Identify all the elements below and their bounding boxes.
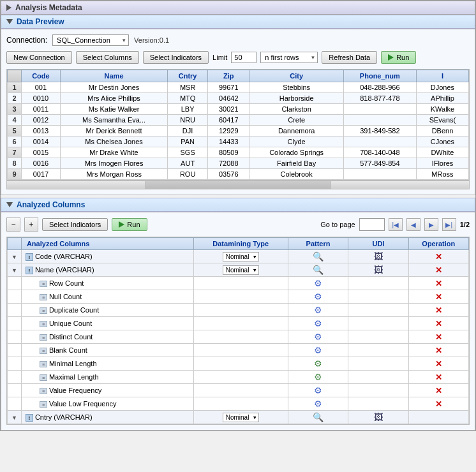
delete-icon[interactable]: ✕	[435, 306, 442, 315]
datamining-cell[interactable]: Nominal▼	[193, 263, 288, 277]
select-columns-button[interactable]: Select Columns	[76, 51, 139, 64]
sub-operation-cell[interactable]: ✕	[408, 277, 468, 290]
sub-gear-cell[interactable]: ⚙	[288, 371, 348, 384]
operation-cell[interactable]: ✕	[408, 263, 468, 277]
sub-operation-cell[interactable]: ✕	[408, 344, 468, 357]
sub-col-name: ≡Blank Count	[21, 344, 193, 357]
pattern-icon[interactable]: 🔍	[313, 265, 324, 275]
nav-prev[interactable]: ◀	[406, 218, 420, 231]
limit-input[interactable]	[231, 52, 257, 63]
sub-operation-cell[interactable]: ✕	[408, 330, 468, 344]
table-cell: 0017	[22, 169, 61, 180]
pattern-cell[interactable]: 🔍	[288, 250, 348, 263]
delete-icon[interactable]: ✕	[435, 319, 442, 328]
rows-select[interactable]: n first rows	[260, 52, 318, 63]
run-button-bottom[interactable]: Run	[112, 218, 147, 231]
datamining-cell[interactable]: Nominal▼	[193, 250, 288, 263]
table-cell: KWalke	[416, 104, 468, 115]
col-header-city[interactable]: City	[249, 70, 343, 82]
metadata-section-header[interactable]: Analysis Metadata	[1, 1, 475, 15]
expand-cell[interactable]: ▼	[8, 411, 22, 424]
nav-first[interactable]: |◀	[389, 218, 403, 231]
sub-gear-cell[interactable]: ⚙	[288, 344, 348, 357]
sub-gear-cell[interactable]: ⚙	[288, 290, 348, 304]
row-number: 8	[8, 158, 22, 169]
datamining-cell[interactable]: Nominal▼	[193, 411, 288, 424]
col-header-i[interactable]: I	[416, 70, 468, 82]
table-cell: Fairfield Bay	[249, 158, 343, 169]
udi-icon[interactable]: 🖼	[374, 265, 383, 275]
delete-icon[interactable]: ✕	[435, 399, 442, 409]
table-row: 20010Mrs Alice PhillipsMTQ04642Harborsid…	[8, 93, 469, 104]
udi-cell[interactable]: 🖼	[348, 250, 408, 263]
delete-icon[interactable]: ✕	[435, 346, 442, 355]
small-btn-plus[interactable]: +	[24, 218, 38, 232]
delete-icon[interactable]: ✕	[435, 332, 442, 342]
row-number: 5	[8, 126, 22, 136]
delete-icon[interactable]: ✕	[435, 386, 442, 395]
pattern-cell[interactable]: 🔍	[288, 263, 348, 277]
col-header-cntry[interactable]: Cntry	[168, 70, 208, 82]
gear-icon[interactable]: ⚙	[314, 332, 322, 342]
sub-operation-cell[interactable]: ✕	[408, 317, 468, 330]
small-btn-minus[interactable]: −	[6, 218, 20, 232]
col-header-phone[interactable]: Phone_num	[343, 70, 416, 82]
goto-input[interactable]	[359, 218, 385, 231]
sub-operation-cell[interactable]: ✕	[408, 357, 468, 371]
delete-icon[interactable]: ✕	[435, 252, 442, 262]
sub-operation-cell[interactable]: ✕	[408, 371, 468, 384]
gear-icon[interactable]: ⚙	[314, 345, 322, 355]
col-header-name[interactable]: Name	[60, 70, 167, 82]
new-connection-button[interactable]: New Connection	[6, 51, 72, 64]
refresh-data-button[interactable]: Refresh Data	[322, 51, 377, 64]
gear-icon[interactable]: ⚙	[314, 305, 322, 315]
gear-icon[interactable]: ⚙	[314, 278, 322, 288]
delete-icon[interactable]: ✕	[435, 359, 442, 369]
sub-operation-cell[interactable]: ✕	[408, 397, 468, 411]
gear-icon[interactable]: ⚙	[314, 372, 322, 382]
gear-icon[interactable]: ⚙	[314, 399, 322, 409]
pattern-cell[interactable]: 🔍	[288, 411, 348, 424]
nav-last[interactable]: ▶|	[442, 218, 456, 231]
gear-icon[interactable]: ⚙	[314, 291, 322, 302]
udi-cell[interactable]: 🖼	[348, 411, 408, 424]
delete-icon[interactable]: ✕	[435, 372, 442, 382]
operation-cell[interactable]: ✕	[408, 250, 468, 263]
sub-operation-cell[interactable]: ✕	[408, 304, 468, 317]
select-indicators-button-bottom[interactable]: Select Indicators	[42, 218, 108, 231]
col-header-code[interactable]: Code	[22, 70, 61, 82]
h-scrollbar[interactable]	[6, 181, 470, 189]
col-header-zip[interactable]: Zip	[207, 70, 249, 82]
udi-cell[interactable]: 🖼	[348, 263, 408, 277]
gear-icon[interactable]: ⚙	[314, 318, 322, 328]
gear-icon[interactable]: ⚙	[314, 358, 322, 369]
nav-next[interactable]: ▶	[424, 218, 438, 231]
connection-select[interactable]: SQL_Connection	[52, 34, 129, 46]
sub-operation-cell[interactable]: ✕	[408, 290, 468, 304]
table-row: 70015Mr Drake WhiteSGS80509Colorado Spri…	[8, 147, 469, 158]
sub-gear-cell[interactable]: ⚙	[288, 304, 348, 317]
pattern-icon[interactable]: 🔍	[313, 251, 324, 262]
delete-icon[interactable]: ✕	[435, 292, 442, 302]
sub-gear-cell[interactable]: ⚙	[288, 397, 348, 411]
expand-cell[interactable]: ▼	[8, 263, 22, 277]
sub-gear-cell[interactable]: ⚙	[288, 317, 348, 330]
udi-icon[interactable]: 🖼	[374, 412, 383, 422]
gear-icon[interactable]: ⚙	[314, 385, 322, 395]
sub-gear-cell[interactable]: ⚙	[288, 330, 348, 344]
run-button-top[interactable]: Run	[381, 51, 416, 64]
sub-gear-cell[interactable]: ⚙	[288, 384, 348, 397]
delete-icon[interactable]: ✕	[435, 265, 442, 275]
sub-gear-cell[interactable]: ⚙	[288, 357, 348, 371]
sub-gear-cell[interactable]: ⚙	[288, 277, 348, 290]
pattern-icon[interactable]: 🔍	[313, 412, 324, 422]
select-indicators-button-top[interactable]: Select Indicators	[143, 51, 209, 64]
expand-cell[interactable]: ▼	[8, 250, 22, 263]
udi-icon[interactable]: 🖼	[374, 251, 383, 262]
analyzed-section-header[interactable]: Analyzed Columns	[1, 198, 475, 212]
preview-section-header[interactable]: Data Preview	[1, 15, 475, 29]
delete-icon[interactable]: ✕	[435, 279, 442, 288]
col-name-cell: !Cntry (VARCHAR)	[21, 411, 193, 424]
operation-cell[interactable]	[408, 411, 468, 424]
sub-operation-cell[interactable]: ✕	[408, 384, 468, 397]
